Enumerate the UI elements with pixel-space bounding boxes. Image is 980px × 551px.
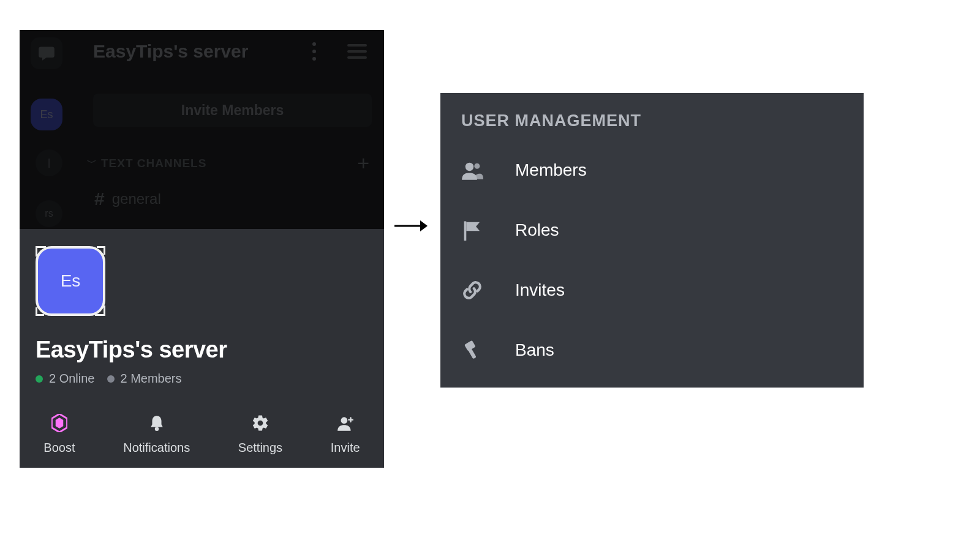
arrow-icon <box>393 217 429 235</box>
svg-point-4 <box>466 163 474 171</box>
roles-label: Roles <box>515 220 559 240</box>
members-item[interactable]: Members <box>440 140 864 200</box>
bans-label: Bans <box>515 340 554 360</box>
invites-label: Invites <box>515 280 565 300</box>
settings-label: Settings <box>238 441 282 455</box>
boost-button[interactable]: Boost <box>43 414 75 455</box>
bans-item[interactable]: Bans <box>440 320 864 380</box>
members-icon <box>461 159 483 181</box>
hammer-icon <box>461 339 483 361</box>
flag-icon <box>461 219 483 241</box>
notifications-label: Notifications <box>123 441 190 455</box>
bell-icon <box>148 414 166 432</box>
invites-item[interactable]: Invites <box>440 260 864 320</box>
user-management-title: USER MANAGEMENT <box>440 93 864 140</box>
svg-point-2 <box>341 417 347 424</box>
members-label: Members <box>515 160 587 180</box>
svg-point-5 <box>474 163 480 169</box>
notifications-button[interactable]: Notifications <box>123 414 190 455</box>
server-large-icon[interactable]: Es <box>36 246 105 316</box>
members-dot-icon <box>107 375 115 383</box>
online-dot-icon <box>36 375 43 383</box>
dim-overlay[interactable] <box>20 30 384 229</box>
link-icon <box>461 279 483 301</box>
gear-icon <box>251 414 270 432</box>
sheet-actions: Boost Notifications Settings Invite <box>20 400 384 468</box>
boost-icon <box>50 414 69 432</box>
invite-label: Invite <box>331 441 360 455</box>
roles-item[interactable]: Roles <box>440 200 864 260</box>
server-bottom-sheet: Es EasyTips's server 2 Online 2 Members … <box>20 229 384 468</box>
settings-button[interactable]: Settings <box>238 414 282 455</box>
sheet-server-name: EasyTips's server <box>36 337 368 363</box>
svg-point-1 <box>154 427 158 430</box>
boost-label: Boost <box>43 441 75 455</box>
svg-rect-6 <box>464 221 467 241</box>
user-management-panel: USER MANAGEMENT Members Roles Invites Ba… <box>440 93 864 388</box>
server-large-icon-text: Es <box>61 271 81 291</box>
server-channel-view-dimmed: Es | rs EasyTips's server Invite Members… <box>20 30 384 229</box>
online-count: 2 Online <box>49 372 95 386</box>
members-count: 2 Members <box>121 372 182 386</box>
invite-button[interactable]: Invite <box>331 414 360 455</box>
server-status-row: 2 Online 2 Members <box>36 372 368 386</box>
person-plus-icon <box>336 414 355 432</box>
server-info-screen: Es | rs EasyTips's server Invite Members… <box>20 30 384 468</box>
